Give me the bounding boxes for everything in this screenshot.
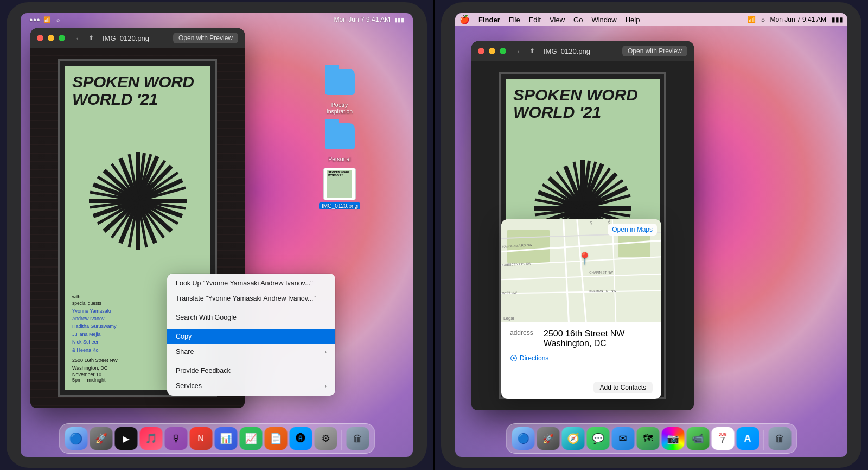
menu-item-view[interactable]: View bbox=[550, 16, 565, 24]
context-menu: Look Up "Yvonne Yamasaki Andrew Ivanov..… bbox=[167, 274, 335, 396]
right-device: 🍎 Finder File Edit View Go Window Help 📶… bbox=[435, 0, 868, 470]
titlebar-actions-left: Open with Preview bbox=[173, 33, 238, 43]
traffic-light-max-left[interactable] bbox=[59, 35, 65, 41]
dock-icon-photos-right[interactable]: 📷 bbox=[661, 427, 684, 450]
quicklook-titlebar-right: ← ⬆ IMG_0120.png Open with Preview bbox=[471, 41, 694, 61]
map-details: address 2500 16th Street NW Washington, … bbox=[501, 322, 661, 376]
menu-item-finder[interactable]: Finder bbox=[478, 16, 500, 24]
nav-left-icon[interactable]: ← bbox=[75, 34, 82, 42]
ql-share-icon-right[interactable]: ⬆ bbox=[529, 47, 535, 55]
share-arrow-icon: › bbox=[325, 349, 327, 355]
folder-icon-personal bbox=[322, 119, 357, 154]
menu-bar-search-icon[interactable]: ⌕ bbox=[761, 16, 765, 23]
dock-icon-numbers[interactable]: 📈 bbox=[239, 427, 262, 450]
traffic-light-min-right[interactable] bbox=[489, 48, 495, 54]
device-screen-left: ●●● 📶 ⌕ Mon Jun 7 9:41 AM ▮▮▮ Poetry Ins… bbox=[21, 13, 413, 457]
menu-item-edit[interactable]: Edit bbox=[529, 16, 541, 24]
menu-bar-right-items: 📶 ⌕ Mon Jun 7 9:41 AM ▮▮▮ bbox=[748, 16, 843, 23]
open-with-preview-btn-right[interactable]: Open with Preview bbox=[622, 46, 687, 56]
traffic-light-max-right[interactable] bbox=[500, 48, 506, 54]
dock-icon-messages-right[interactable]: 💬 bbox=[586, 427, 609, 450]
open-in-maps-btn[interactable]: Open in Maps bbox=[608, 224, 657, 236]
dock-icon-mail-right[interactable]: ✉ bbox=[611, 427, 634, 450]
desktop-icon-poetry[interactable]: Poetry Inspiration bbox=[318, 65, 361, 115]
dock-icon-appstore[interactable]: 🅐 bbox=[289, 427, 312, 450]
traffic-light-close-right[interactable] bbox=[478, 48, 484, 54]
context-menu-sep-2 bbox=[167, 327, 335, 327]
dock-icon-safari-right[interactable]: 🧭 bbox=[561, 427, 584, 450]
dock-icon-trash-left[interactable]: 🗑 bbox=[346, 427, 369, 450]
traffic-light-close-left[interactable] bbox=[37, 35, 43, 41]
map-address-label: address bbox=[510, 329, 537, 336]
map-address-value: 2500 16th Street NW Washington, DC bbox=[544, 329, 624, 348]
dock-icon-finder[interactable]: 🔵 bbox=[65, 427, 87, 450]
desktop-icon-poetry-label: Poetry Inspiration bbox=[318, 101, 361, 115]
titlebar-actions-right: Open with Preview bbox=[622, 46, 687, 56]
map-view: KALORAMA RD NW CHAPIN ST NW BELMONT ST N… bbox=[501, 219, 661, 322]
menu-bar-time: Mon Jun 7 9:41 AM bbox=[770, 16, 826, 23]
dock-left: 🔵 🚀 ▶ 🎵 🎙 N bbox=[59, 423, 375, 454]
menu-item-go[interactable]: Go bbox=[573, 16, 583, 24]
context-menu-item-copy[interactable]: Copy bbox=[167, 329, 335, 344]
poster-title-left: SPOKEN WORD WORLD '21 bbox=[72, 73, 203, 107]
dock-icon-cal-right[interactable]: JUN 7 bbox=[711, 427, 734, 450]
dock-right: 🔵 🚀 🧭 💬 ✉ 🗺 📷 bbox=[506, 423, 797, 454]
dock-icon-music[interactable]: 🎵 bbox=[139, 427, 162, 450]
poster-title-right: SPOKEN WORDWORLD '21 bbox=[513, 86, 652, 120]
context-menu-item-share[interactable]: Share › bbox=[167, 344, 335, 359]
dock-icon-appstore-right[interactable]: A bbox=[736, 427, 759, 450]
left-device: ●●● 📶 ⌕ Mon Jun 7 9:41 AM ▮▮▮ Poetry Ins… bbox=[0, 0, 435, 470]
dock-icon-facetime-right[interactable]: 📹 bbox=[686, 427, 709, 450]
dock-icon-finder-right[interactable]: 🔵 bbox=[512, 427, 534, 450]
file-icon-img0120: SPOKEN WORD WORLD '21 bbox=[323, 168, 356, 200]
menu-bar-battery-icon: ▮▮▮ bbox=[832, 16, 843, 23]
context-menu-item-services[interactable]: Services › bbox=[167, 378, 335, 393]
dock-icon-news[interactable]: N bbox=[189, 427, 212, 450]
desktop-icon-personal[interactable]: Personal bbox=[318, 119, 361, 162]
ql-share-icon[interactable]: ⬆ bbox=[88, 34, 94, 42]
directions-icon: ⦿ bbox=[510, 354, 518, 363]
context-menu-sep-3 bbox=[167, 361, 335, 361]
folder-icon-poetry bbox=[322, 65, 357, 99]
quicklook-titlebar-left: ← ⬆ IMG_0120.png Open with Preview bbox=[30, 28, 245, 48]
desktop-icon-img0120-label: IMG_0120.png bbox=[319, 202, 360, 209]
services-arrow-icon: › bbox=[325, 383, 327, 389]
quicklook-title-right: IMG_0120.png bbox=[544, 47, 590, 55]
menu-bar-right: 🍎 Finder File Edit View Go Window Help 📶… bbox=[455, 13, 847, 26]
dock-icon-podcasts[interactable]: 🎙 bbox=[164, 427, 187, 450]
dock-icon-launchpad-right[interactable]: 🚀 bbox=[537, 427, 559, 450]
dock-icon-maps-right[interactable]: 🗺 bbox=[636, 427, 659, 450]
dock-icon-appletv[interactable]: ▶ bbox=[114, 427, 137, 450]
menu-item-help[interactable]: Help bbox=[626, 16, 640, 24]
open-with-preview-btn-left[interactable]: Open with Preview bbox=[173, 33, 238, 43]
device-bezel-left: ●●● 📶 ⌕ Mon Jun 7 9:41 AM ▮▮▮ Poetry Ins… bbox=[7, 2, 427, 468]
status-bar-time: Mon Jun 7 9:41 AM bbox=[334, 16, 390, 23]
nav-left-icon-right[interactable]: ← bbox=[516, 47, 523, 55]
directions-btn[interactable]: ⦿ Directions bbox=[510, 354, 653, 363]
context-menu-item-lookup[interactable]: Look Up "Yvonne Yamasaki Andrew Ivanov..… bbox=[167, 276, 335, 291]
traffic-light-min-left[interactable] bbox=[48, 35, 54, 41]
desktop-icon-img0120[interactable]: SPOKEN WORD WORLD '21 IMG_0120.png bbox=[318, 168, 361, 209]
dock-icon-launchpad[interactable]: 🚀 bbox=[90, 427, 112, 450]
context-menu-sep-1 bbox=[167, 308, 335, 308]
add-to-contacts-btn[interactable]: Add to Contacts bbox=[593, 382, 653, 393]
context-menu-item-search[interactable]: Search With Google bbox=[167, 310, 335, 325]
dock-icon-settings[interactable]: ⚙ bbox=[314, 427, 337, 450]
device-screen-right: 🍎 Finder File Edit View Go Window Help 📶… bbox=[455, 13, 847, 457]
quicklook-title-left: IMG_0120.png bbox=[103, 34, 149, 42]
dock-icon-pages[interactable]: 📄 bbox=[264, 427, 287, 450]
menu-bar-left-items: 🍎 Finder File Edit View Go Window Help bbox=[459, 15, 640, 24]
apple-menu-icon[interactable]: 🍎 bbox=[459, 15, 470, 24]
poster-sunburst-left bbox=[72, 107, 203, 294]
map-pin: 📍 bbox=[577, 252, 592, 266]
context-menu-item-feedback[interactable]: Provide Feedback bbox=[167, 363, 335, 378]
device-bezel-right: 🍎 Finder File Edit View Go Window Help 📶… bbox=[441, 2, 861, 468]
menu-bar-wifi-icon: 📶 bbox=[748, 16, 756, 23]
menu-item-file[interactable]: File bbox=[509, 16, 520, 24]
menu-item-window[interactable]: Window bbox=[591, 16, 616, 24]
dock-divider-left bbox=[341, 430, 342, 450]
context-menu-item-translate[interactable]: Translate "Yvonne Yamasaki Andrew Ivanov… bbox=[167, 291, 335, 306]
dock-icon-trash-right[interactable]: 🗑 bbox=[768, 427, 791, 450]
dock-icon-keynote[interactable]: 📊 bbox=[214, 427, 237, 450]
status-bar-left: ●●● 📶 ⌕ Mon Jun 7 9:41 AM ▮▮▮ bbox=[21, 13, 413, 26]
